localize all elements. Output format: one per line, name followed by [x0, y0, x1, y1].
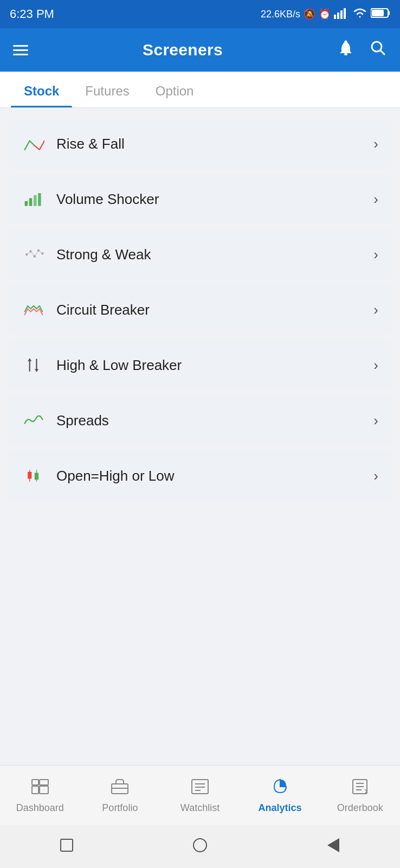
recents-button[interactable] [59, 837, 75, 853]
screener-circuit-breaker[interactable]: Circuit Breaker › [9, 285, 391, 335]
orderbook-icon [351, 778, 369, 799]
screener-strong-weak[interactable]: Strong & Weak › [9, 229, 391, 279]
svg-rect-0 [334, 15, 336, 19]
tab-futures[interactable]: Futures [72, 72, 142, 107]
tabs-bar: Stock Futures Option [0, 72, 400, 108]
svg-point-8 [345, 40, 347, 43]
screener-open-high-low[interactable]: Open=High or Low › [9, 451, 391, 501]
svg-rect-31 [35, 473, 38, 480]
screener-high-low[interactable]: High & Low Breaker › [9, 340, 391, 390]
menu-button[interactable] [13, 45, 28, 55]
strong-weak-label: Strong & Weak [56, 246, 151, 263]
high-low-chevron: › [373, 357, 378, 374]
rise-fall-label: Rise & Fall [56, 136, 125, 152]
svg-marker-25 [28, 358, 31, 361]
svg-marker-27 [35, 369, 38, 372]
network-speed: 22.6KB/s [261, 9, 300, 20]
wifi-icon [352, 7, 367, 22]
svg-rect-11 [25, 201, 28, 206]
circuit-label: Circuit Breaker [56, 302, 150, 318]
open-high-low-label: Open=High or Low [56, 468, 175, 484]
rise-fall-chevron: › [373, 136, 378, 152]
home-button[interactable] [192, 837, 208, 853]
orderbook-label: Orderbook [337, 802, 383, 814]
svg-rect-1 [337, 12, 339, 19]
candle-icon [22, 466, 46, 486]
screener-rise-fall[interactable]: Rise & Fall › [9, 119, 391, 169]
nav-dashboard[interactable]: Dashboard [0, 778, 80, 814]
svg-rect-34 [40, 786, 48, 794]
svg-rect-13 [34, 195, 36, 206]
screener-volume-shocker[interactable]: Volume Shocker › [9, 174, 391, 224]
screener-list: Rise & Fall › Volume Shocker › [0, 108, 400, 765]
back-button[interactable] [325, 837, 341, 853]
watchlist-label: Watchlist [180, 802, 220, 814]
system-nav-bar [0, 825, 400, 868]
svg-rect-6 [372, 10, 384, 16]
high-low-icon [22, 355, 46, 375]
svg-line-20 [27, 252, 30, 254]
high-low-label: High & Low Breaker [56, 357, 182, 374]
alarm-icon: ⏰ [319, 8, 331, 20]
dashboard-icon [31, 778, 49, 799]
search-button[interactable] [370, 40, 387, 61]
nav-portfolio[interactable]: Portfolio [80, 778, 160, 814]
volume-label: Volume Shocker [56, 191, 159, 208]
circuit-icon [22, 300, 46, 320]
nav-watchlist[interactable]: Watchlist [160, 778, 240, 814]
page-title: Screeners [143, 41, 223, 59]
mute-icon: 🔕 [304, 8, 315, 20]
strong-weak-icon [22, 245, 46, 264]
signal-icon [334, 7, 349, 22]
analytics-label: Analytics [259, 802, 302, 814]
svg-point-19 [41, 252, 44, 255]
portfolio-label: Portfolio [102, 802, 138, 814]
svg-rect-35 [32, 780, 38, 785]
header: Screeners [0, 28, 400, 72]
volume-chevron: › [373, 191, 378, 208]
svg-rect-2 [340, 10, 343, 19]
circuit-chevron: › [373, 302, 378, 318]
svg-rect-5 [388, 11, 390, 15]
open-high-low-chevron: › [373, 468, 378, 484]
svg-rect-3 [344, 8, 346, 19]
svg-rect-29 [28, 472, 31, 479]
spreads-label: Spreads [56, 412, 109, 429]
battery-icon [371, 8, 390, 21]
status-bar: 6:23 PM 22.6KB/s 🔕 ⏰ [0, 0, 400, 28]
svg-line-23 [38, 251, 42, 253]
volume-icon [22, 189, 46, 209]
tab-stock[interactable]: Stock [11, 72, 72, 107]
svg-line-10 [380, 50, 385, 55]
nav-orderbook[interactable]: Orderbook [320, 778, 400, 814]
svg-rect-7 [344, 53, 347, 55]
svg-rect-33 [40, 780, 48, 785]
analytics-icon [271, 778, 289, 799]
tab-option[interactable]: Option [143, 72, 207, 107]
bell-button[interactable] [337, 40, 354, 61]
nav-analytics[interactable]: Analytics [240, 778, 320, 814]
svg-rect-32 [32, 786, 38, 794]
screener-spreads[interactable]: Spreads › [9, 395, 391, 445]
spreads-icon [22, 411, 46, 430]
svg-point-9 [372, 42, 382, 52]
bottom-nav: Dashboard Portfolio Watchlist [0, 765, 400, 825]
status-time: 6:23 PM [10, 7, 54, 21]
strong-weak-chevron: › [373, 246, 378, 263]
status-icons: 22.6KB/s 🔕 ⏰ [261, 7, 390, 22]
rise-fall-icon [22, 134, 46, 154]
svg-rect-12 [29, 198, 32, 206]
spreads-chevron: › [373, 412, 378, 429]
portfolio-icon [111, 778, 129, 799]
header-icons [337, 40, 387, 61]
svg-rect-14 [38, 193, 41, 206]
watchlist-icon [191, 778, 209, 799]
dashboard-label: Dashboard [16, 802, 64, 814]
